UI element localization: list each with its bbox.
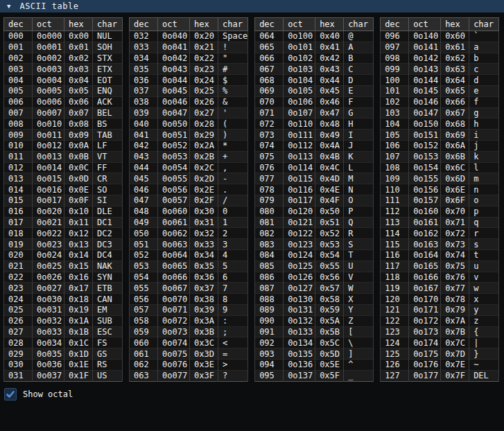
cell-dec: 042 [130, 140, 158, 151]
cell-dec: 099 [381, 64, 409, 75]
cell-hex: 0x15 [64, 261, 93, 272]
cell-hex: 0x63 [441, 64, 469, 75]
show-octal-label[interactable]: Show octal [23, 389, 73, 399]
cell-oct: 0o004 [33, 75, 64, 86]
cell-char: SUB [93, 315, 123, 326]
cell-dec: 093 [255, 349, 284, 360]
cell-char: @ [344, 31, 374, 42]
cell-hex: 0x3C [190, 337, 218, 349]
cell-oct: 0o002 [33, 53, 64, 64]
cell-char: # [218, 64, 248, 75]
cell-dec: 033 [130, 42, 158, 53]
cell-oct: 0o171 [409, 304, 441, 315]
cell-dec: 020 [4, 249, 33, 261]
cell-oct: 0o075 [158, 349, 190, 360]
table-row: 1150o1630x73s [381, 239, 499, 250]
table-row: 0940o1360x5E^ [255, 359, 374, 370]
collapse-triangle-icon[interactable]: ▼ [7, 3, 10, 10]
cell-hex: 0x59 [315, 304, 344, 315]
table-row: 0970o1410x61a [381, 42, 499, 53]
show-octal-checkbox[interactable] [4, 388, 17, 401]
cell-oct: 0o140 [409, 31, 441, 42]
table-row: 0620o0760x3E> [130, 359, 248, 370]
cell-char: G [344, 107, 374, 118]
cell-hex: 0x76 [441, 272, 469, 283]
table-row: 0730o1110x49I [255, 130, 374, 141]
cell-dec: 029 [4, 349, 33, 360]
cell-hex: 0x39 [190, 304, 218, 315]
cell-oct: 0o164 [409, 249, 441, 261]
cell-char: i [469, 130, 499, 141]
cell-oct: 0o040 [158, 31, 190, 42]
cell-hex: 0x03 [64, 64, 93, 75]
cell-dec: 085 [255, 261, 284, 272]
table-row: 0150o0170x0FSI [4, 195, 123, 206]
cell-hex: 0x3E [190, 359, 218, 370]
cell-dec: 006 [4, 96, 33, 107]
cell-oct: 0o035 [33, 349, 64, 360]
cell-dec: 126 [381, 359, 409, 370]
cell-hex: 0x79 [441, 304, 469, 315]
column-header-dec: dec [130, 18, 158, 31]
cell-char: R [344, 228, 374, 239]
cell-hex: 0x0D [64, 173, 93, 184]
cell-char: LF [93, 140, 123, 151]
cell-oct: 0o106 [284, 96, 315, 107]
cell-dec: 054 [130, 272, 158, 283]
cell-char: y [469, 304, 499, 315]
cell-dec: 120 [381, 294, 409, 305]
cell-char: + [218, 151, 248, 162]
table-row: 0470o0570x2F/ [130, 195, 248, 206]
cell-hex: 0x50 [315, 206, 344, 217]
cell-dec: 041 [130, 130, 158, 141]
cell-dec: 025 [4, 304, 33, 315]
cell-char: c [469, 64, 499, 75]
cell-oct: 0o025 [33, 261, 64, 272]
table-row: 0000o0000x00NUL [4, 31, 123, 42]
cell-oct: 0o152 [409, 140, 441, 151]
cell-oct: 0o050 [158, 118, 190, 130]
cell-hex: 0x20 [190, 31, 218, 42]
cell-oct: 0o076 [158, 359, 190, 370]
cell-oct: 0o003 [33, 64, 64, 75]
table-row: 0290o0350x1DGS [4, 349, 123, 360]
cell-oct: 0o113 [284, 151, 315, 162]
cell-hex: 0x25 [190, 85, 218, 96]
cell-dec: 073 [255, 130, 284, 141]
cell-hex: 0x1B [64, 326, 93, 337]
cell-dec: 007 [4, 107, 33, 118]
table-row: 0820o1220x52R [255, 228, 374, 239]
cell-oct: 0o047 [158, 107, 190, 118]
cell-char: A [344, 42, 374, 53]
cell-char: US [93, 370, 123, 381]
cell-dec: 028 [4, 337, 33, 349]
cell-dec: 005 [4, 85, 33, 96]
cell-dec: 050 [130, 228, 158, 239]
cell-dec: 045 [130, 173, 158, 184]
cell-char: STX [93, 53, 123, 64]
cell-hex: 0x4B [315, 151, 344, 162]
cell-dec: 048 [130, 206, 158, 217]
table-row: 0220o0260x16SYN [4, 272, 123, 283]
cell-dec: 051 [130, 239, 158, 250]
cell-hex: 0x06 [64, 96, 93, 107]
table-row: 0210o0250x15NAK [4, 261, 123, 272]
table-row: 0760o1140x4CL [255, 162, 374, 173]
cell-oct: 0o022 [33, 228, 64, 239]
cell-char: 6 [218, 272, 248, 283]
cell-char: ^ [344, 359, 374, 370]
cell-char: / [218, 195, 248, 206]
cell-hex: 0x57 [315, 283, 344, 294]
table-row: 0230o0270x17ETB [4, 283, 123, 294]
column-header-oct: oct [284, 18, 315, 31]
cell-dec: 074 [255, 140, 284, 151]
table-row: 0480o0600x300 [130, 206, 248, 217]
cell-char: E [344, 85, 374, 96]
cell-dec: 098 [381, 53, 409, 64]
cell-char: CR [93, 173, 123, 184]
cell-dec: 022 [4, 272, 33, 283]
cell-dec: 124 [381, 337, 409, 349]
table-row: 1040o1500x68h [381, 118, 499, 130]
table-row: 0390o0470x27' [130, 107, 248, 118]
cell-char: ~ [469, 359, 499, 370]
